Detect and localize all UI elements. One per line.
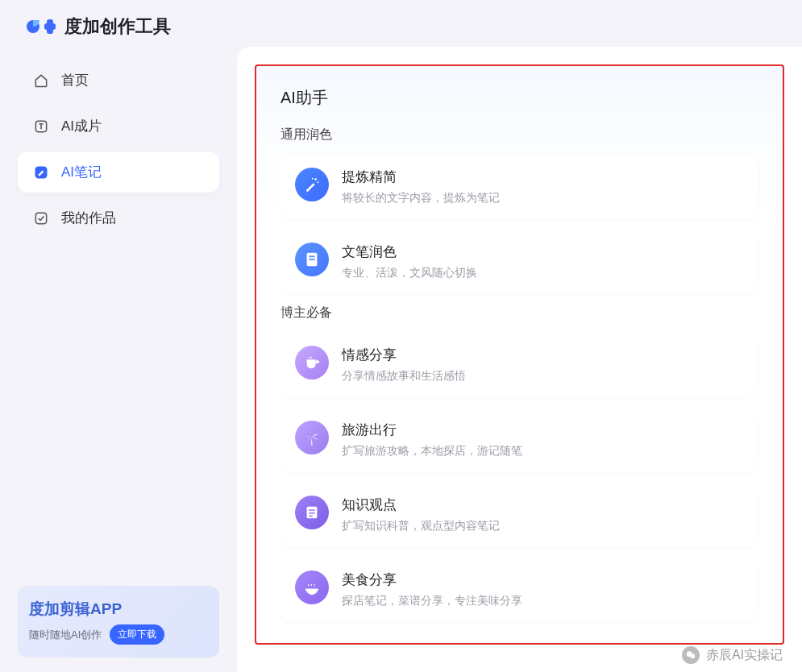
promo-subtitle: 随时随地AI创作 [29, 628, 102, 642]
tool-card-polish[interactable]: 文笔润色 专业、活泼，文风随心切换 [280, 230, 758, 293]
panel-title: AI助手 [280, 87, 758, 109]
tool-card-refine[interactable]: 提炼精简 将较长的文字内容，提炼为笔记 [280, 155, 758, 218]
tool-card-knowledge[interactable]: 知识观点 扩写知识科普，观点型内容笔记 [280, 483, 758, 546]
sidebar-item-ai-notes[interactable]: AI笔记 [18, 151, 219, 193]
svg-point-6 [314, 178, 317, 180]
svg-point-7 [317, 181, 318, 183]
svg-rect-15 [309, 516, 313, 517]
tool-card-food[interactable]: 美食分享 探店笔记，菜谱分享，专注美味分享 [280, 558, 758, 621]
sidebar-item-my-works[interactable]: 我的作品 [18, 197, 219, 239]
food-icon [295, 570, 329, 604]
card-desc: 将较长的文字内容，提炼为笔记 [342, 191, 500, 205]
wechat-icon [682, 646, 700, 664]
sidebar-item-home[interactable]: 首页 [18, 60, 219, 101]
sidebar-item-label: 首页 [61, 71, 89, 89]
svg-rect-14 [309, 512, 314, 514]
promo-title: 度加剪辑APP [29, 599, 208, 620]
check-square-icon [32, 209, 50, 227]
card-title: 提炼精简 [342, 168, 500, 186]
svg-rect-5 [35, 213, 46, 223]
svg-rect-11 [309, 259, 314, 260]
home-outline-icon [32, 72, 50, 89]
tool-card-emotion[interactable]: 情感分享 分享情感故事和生活感悟 [280, 333, 758, 396]
svg-point-18 [690, 653, 695, 658]
watermark-text: 赤辰AI实操记 [706, 647, 783, 664]
svg-rect-10 [309, 255, 314, 257]
cup-icon [295, 346, 329, 380]
section-label-general: 通用润色 [280, 127, 758, 143]
svg-rect-2 [47, 19, 53, 34]
card-desc: 探店笔记，菜谱分享，专注美味分享 [342, 594, 522, 608]
sidebar: 首页 AI成片 AI笔记 [18, 47, 219, 672]
card-desc: 扩写旅游攻略，本地探店，游记随笔 [342, 444, 522, 458]
doc-icon [295, 243, 329, 276]
card-desc: 扩写知识科普，观点型内容笔记 [342, 519, 500, 533]
nav-list: 首页 AI成片 AI笔记 [18, 60, 219, 239]
sidebar-item-ai-video[interactable]: AI成片 [18, 106, 219, 147]
wand-icon [295, 168, 329, 201]
text-square-icon [32, 118, 50, 135]
palm-icon [295, 421, 329, 454]
note-icon [295, 496, 329, 529]
card-title: 美食分享 [342, 570, 522, 589]
section-label-blogger: 博主必备 [280, 305, 758, 321]
card-title: 知识观点 [342, 496, 500, 514]
card-title: 旅游出行 [342, 421, 522, 439]
topbar: 度加创作工具 [0, 0, 802, 47]
ai-assistant-panel: AI助手 通用润色 提炼精简 将较长的文字内容，提炼为笔记 [255, 64, 784, 645]
logo-icon [26, 16, 58, 37]
sidebar-item-label: AI成片 [61, 117, 102, 135]
sidebar-item-label: AI笔记 [61, 163, 102, 181]
watermark: 赤辰AI实操记 [682, 646, 783, 664]
svg-point-8 [312, 178, 314, 180]
app-title: 度加创作工具 [64, 15, 171, 39]
tool-card-travel[interactable]: 旅游出行 扩写旅游攻略，本地探店，游记随笔 [280, 408, 758, 471]
svg-rect-16 [305, 589, 319, 591]
svg-rect-13 [309, 509, 314, 511]
card-title: 情感分享 [342, 346, 466, 364]
pen-square-icon [32, 164, 50, 181]
sidebar-item-label: 我的作品 [61, 209, 116, 227]
logo[interactable]: 度加创作工具 [26, 15, 171, 39]
main-content: AI助手 通用润色 提炼精简 将较长的文字内容，提炼为笔记 [237, 47, 802, 672]
card-title: 文笔润色 [342, 243, 477, 261]
download-button[interactable]: 立即下载 [110, 624, 164, 645]
card-desc: 专业、活泼，文风随心切换 [342, 266, 477, 280]
promo-card: 度加剪辑APP 随时随地AI创作 立即下载 [18, 586, 219, 657]
card-desc: 分享情感故事和生活感悟 [342, 369, 466, 384]
